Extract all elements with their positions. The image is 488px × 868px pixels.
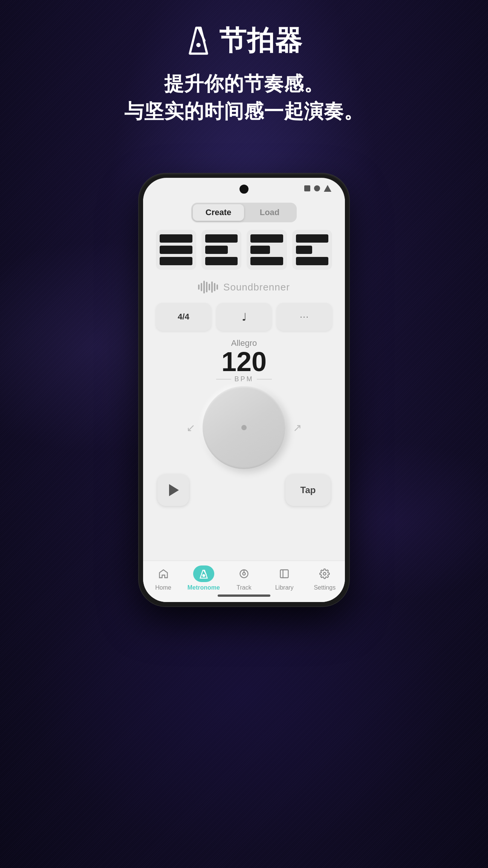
- time-signature-button[interactable]: 4/4: [156, 303, 211, 331]
- dial-arrow-right: ↗: [293, 422, 302, 434]
- tab-switcher-wrapper: Create Load: [152, 199, 336, 226]
- beat-block-2[interactable]: [201, 230, 242, 270]
- nav-label-track: Track: [236, 584, 251, 591]
- header: 节拍器 提升你的节奏感。 与坚实的时间感一起演奏。: [0, 23, 488, 125]
- bpm-value: 120: [152, 348, 336, 375]
- home-icon-wrap: [153, 565, 174, 582]
- app-title: 节拍器: [219, 23, 303, 59]
- sound-wave-icon: [198, 280, 218, 294]
- camera-notch: [239, 185, 249, 194]
- beat-bar: [160, 234, 192, 243]
- beat-bar: [296, 234, 329, 243]
- beat-bar: [250, 246, 270, 254]
- app-logo-icon: [185, 26, 212, 56]
- bottom-controls: Tap: [152, 471, 336, 510]
- tab-create[interactable]: Create: [193, 204, 244, 221]
- bpm-area: Allegro 120 BPM: [152, 335, 336, 385]
- beat-bar: [250, 257, 283, 265]
- library-icon-wrap: [274, 565, 295, 582]
- wifi-icon: [314, 185, 320, 191]
- play-icon: [169, 484, 179, 496]
- note-icon: ♩: [242, 311, 247, 323]
- status-icons: [304, 185, 331, 192]
- more-options-button[interactable]: ···: [277, 303, 332, 331]
- bpm-dash-right: [257, 379, 272, 379]
- home-icon: [158, 568, 169, 579]
- dial-center-dot: [241, 425, 247, 430]
- svg-rect-9: [281, 570, 288, 578]
- note-type-button[interactable]: ♩: [217, 303, 272, 331]
- nav-label-library: Library: [275, 584, 294, 591]
- tagline-line2: 与坚实的时间感一起演奏。: [124, 98, 364, 125]
- play-button[interactable]: [157, 474, 189, 506]
- nav-item-metronome[interactable]: Metronome: [187, 565, 221, 591]
- phone-outer: Create Load: [139, 173, 349, 607]
- nav-item-track[interactable]: Track: [227, 565, 261, 591]
- phone-inner: Create Load: [143, 178, 345, 602]
- battery-icon: [324, 185, 331, 192]
- soundbrenner-logo: Soundbrenner: [152, 274, 336, 298]
- app-title-row: 节拍器: [185, 23, 303, 59]
- metronome-icon: [198, 568, 209, 579]
- beat-patterns: [152, 226, 336, 274]
- svg-point-10: [323, 573, 326, 575]
- beat-bar: [250, 234, 283, 243]
- nav-label-metronome: Metronome: [188, 584, 220, 591]
- settings-icon-wrap: [314, 565, 335, 582]
- beat-block-4[interactable]: [292, 230, 332, 270]
- tagline-line1: 提升你的节奏感。: [124, 70, 364, 98]
- app-content: Create Load: [143, 199, 345, 561]
- library-icon: [279, 568, 290, 579]
- soundbrenner-text: Soundbrenner: [223, 281, 290, 293]
- beat-block-3[interactable]: [247, 230, 287, 270]
- dial-container: ↙ ↗: [152, 385, 336, 471]
- beat-bar: [205, 257, 238, 265]
- settings-icon: [319, 568, 330, 579]
- track-icon: [239, 568, 249, 579]
- beat-bar: [205, 234, 238, 243]
- svg-point-5: [203, 575, 204, 576]
- nav-item-library[interactable]: Library: [267, 565, 301, 591]
- tab-load[interactable]: Load: [244, 204, 295, 221]
- dial-arrow-left: ↙: [186, 422, 195, 434]
- status-bar: [143, 178, 345, 199]
- beat-block-1[interactable]: [156, 230, 196, 270]
- nav-label-home: Home: [155, 584, 171, 591]
- svg-point-2: [196, 43, 200, 47]
- tagline: 提升你的节奏感。 与坚实的时间感一起演奏。: [124, 70, 364, 125]
- beat-bar: [205, 246, 228, 254]
- bpm-dash-left: [216, 379, 231, 379]
- time-signature-value: 4/4: [178, 312, 189, 322]
- home-bar: [218, 594, 270, 597]
- phone-wrapper: Create Load: [139, 173, 349, 607]
- track-icon-wrap: [233, 565, 255, 582]
- nav-label-settings: Settings: [314, 584, 336, 591]
- bpm-dial[interactable]: [203, 386, 285, 469]
- nav-item-settings[interactable]: Settings: [308, 565, 342, 591]
- tab-switcher: Create Load: [191, 203, 297, 222]
- beat-bar: [160, 257, 192, 265]
- nav-item-home[interactable]: Home: [146, 565, 180, 591]
- beat-bar: [296, 257, 329, 265]
- bpm-label: BPM: [152, 375, 336, 383]
- beat-bar: [296, 246, 312, 254]
- control-buttons: 4/4 ♩ ···: [152, 298, 336, 335]
- ellipsis-icon: ···: [300, 312, 309, 322]
- metronome-icon-wrap: [193, 565, 214, 582]
- signal-icon: [304, 185, 310, 191]
- beat-bar: [160, 246, 192, 254]
- svg-point-7: [242, 573, 245, 575]
- tap-button[interactable]: Tap: [285, 474, 331, 506]
